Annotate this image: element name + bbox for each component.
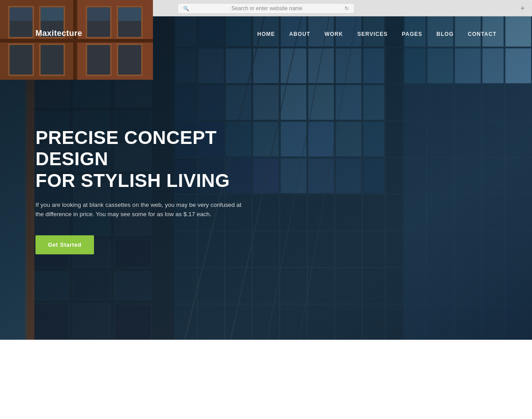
- nav-link-home[interactable]: HOME: [257, 31, 275, 37]
- nav-item-services[interactable]: SERVICES: [357, 30, 387, 38]
- nav-item-about[interactable]: ABOUT: [289, 30, 310, 38]
- navbar: Maxitecture HOME ABOUT WORK SERVICES PAG…: [0, 16, 532, 50]
- below-fold-section: [0, 340, 532, 419]
- building-card: [35, 366, 188, 419]
- nav-link-contact[interactable]: CONTACT: [468, 31, 497, 37]
- nav-item-work[interactable]: WORK: [325, 30, 343, 38]
- site-logo[interactable]: Maxitecture: [35, 29, 82, 38]
- hero-content: PRECISE CONCEPT DESIGN FOR STYLISH LIVIN…: [35, 127, 284, 254]
- hero-title: PRECISE CONCEPT DESIGN FOR STYLISH LIVIN…: [35, 127, 284, 191]
- website: Maxitecture HOME ABOUT WORK SERVICES PAG…: [0, 16, 532, 419]
- nav-item-pages[interactable]: PAGES: [402, 30, 422, 38]
- nav-link-pages[interactable]: PAGES: [402, 31, 422, 37]
- get-started-button[interactable]: Get Started: [35, 235, 94, 254]
- nav-item-contact[interactable]: CONTACT: [468, 30, 497, 38]
- nav-item-home[interactable]: HOME: [257, 30, 275, 38]
- hero-subtitle: If you are looking at blank cassettes on…: [35, 200, 248, 219]
- nav-link-blog[interactable]: BLOG: [437, 31, 454, 37]
- nav-links: HOME ABOUT WORK SERVICES PAGES BLOG: [257, 30, 497, 38]
- nav-link-about[interactable]: ABOUT: [289, 31, 310, 37]
- nav-link-services[interactable]: SERVICES: [357, 31, 387, 37]
- building-facade-image: [35, 366, 188, 419]
- nav-item-blog[interactable]: BLOG: [437, 30, 454, 38]
- nav-link-work[interactable]: WORK: [325, 31, 343, 37]
